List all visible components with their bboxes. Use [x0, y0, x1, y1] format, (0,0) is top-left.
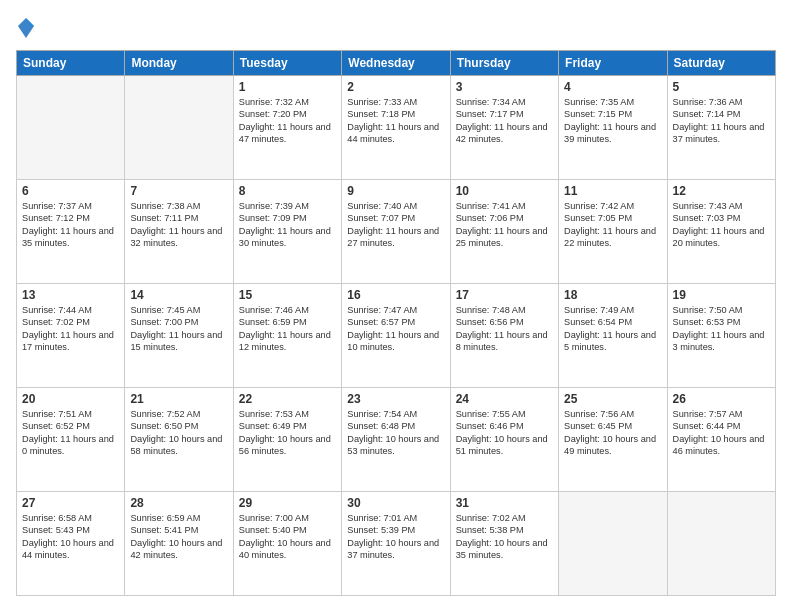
day-number: 14: [130, 288, 227, 302]
calendar-cell: 20Sunrise: 7:51 AMSunset: 6:52 PMDayligh…: [17, 388, 125, 492]
day-number: 1: [239, 80, 336, 94]
day-number: 4: [564, 80, 661, 94]
day-number: 30: [347, 496, 444, 510]
cell-details: Sunrise: 7:39 AMSunset: 7:09 PMDaylight:…: [239, 200, 336, 250]
day-number: 22: [239, 392, 336, 406]
calendar-week-3: 13Sunrise: 7:44 AMSunset: 7:02 PMDayligh…: [17, 284, 776, 388]
calendar-header-saturday: Saturday: [667, 51, 775, 76]
calendar-week-1: 1Sunrise: 7:32 AMSunset: 7:20 PMDaylight…: [17, 76, 776, 180]
calendar-cell: 21Sunrise: 7:52 AMSunset: 6:50 PMDayligh…: [125, 388, 233, 492]
calendar-cell: 31Sunrise: 7:02 AMSunset: 5:38 PMDayligh…: [450, 492, 558, 596]
cell-details: Sunrise: 7:42 AMSunset: 7:05 PMDaylight:…: [564, 200, 661, 250]
calendar-cell: 17Sunrise: 7:48 AMSunset: 6:56 PMDayligh…: [450, 284, 558, 388]
logo: [16, 16, 40, 40]
day-number: 17: [456, 288, 553, 302]
day-number: 27: [22, 496, 119, 510]
cell-details: Sunrise: 7:45 AMSunset: 7:00 PMDaylight:…: [130, 304, 227, 354]
cell-details: Sunrise: 7:49 AMSunset: 6:54 PMDaylight:…: [564, 304, 661, 354]
calendar-cell: 12Sunrise: 7:43 AMSunset: 7:03 PMDayligh…: [667, 180, 775, 284]
cell-details: Sunrise: 7:56 AMSunset: 6:45 PMDaylight:…: [564, 408, 661, 458]
calendar-table: SundayMondayTuesdayWednesdayThursdayFrid…: [16, 50, 776, 596]
day-number: 28: [130, 496, 227, 510]
cell-details: Sunrise: 7:01 AMSunset: 5:39 PMDaylight:…: [347, 512, 444, 562]
calendar-cell: 29Sunrise: 7:00 AMSunset: 5:40 PMDayligh…: [233, 492, 341, 596]
calendar-header-sunday: Sunday: [17, 51, 125, 76]
day-number: 12: [673, 184, 770, 198]
calendar-cell: 11Sunrise: 7:42 AMSunset: 7:05 PMDayligh…: [559, 180, 667, 284]
cell-details: Sunrise: 7:34 AMSunset: 7:17 PMDaylight:…: [456, 96, 553, 146]
calendar-cell: 1Sunrise: 7:32 AMSunset: 7:20 PMDaylight…: [233, 76, 341, 180]
calendar-cell: [559, 492, 667, 596]
calendar-cell: 22Sunrise: 7:53 AMSunset: 6:49 PMDayligh…: [233, 388, 341, 492]
cell-details: Sunrise: 7:38 AMSunset: 7:11 PMDaylight:…: [130, 200, 227, 250]
day-number: 23: [347, 392, 444, 406]
svg-marker-0: [18, 18, 34, 38]
calendar-header-wednesday: Wednesday: [342, 51, 450, 76]
calendar-cell: [667, 492, 775, 596]
cell-details: Sunrise: 7:44 AMSunset: 7:02 PMDaylight:…: [22, 304, 119, 354]
day-number: 11: [564, 184, 661, 198]
day-number: 25: [564, 392, 661, 406]
cell-details: Sunrise: 6:58 AMSunset: 5:43 PMDaylight:…: [22, 512, 119, 562]
calendar-cell: 14Sunrise: 7:45 AMSunset: 7:00 PMDayligh…: [125, 284, 233, 388]
cell-details: Sunrise: 7:43 AMSunset: 7:03 PMDaylight:…: [673, 200, 770, 250]
day-number: 26: [673, 392, 770, 406]
calendar-header-tuesday: Tuesday: [233, 51, 341, 76]
cell-details: Sunrise: 7:50 AMSunset: 6:53 PMDaylight:…: [673, 304, 770, 354]
cell-details: Sunrise: 6:59 AMSunset: 5:41 PMDaylight:…: [130, 512, 227, 562]
calendar-cell: 2Sunrise: 7:33 AMSunset: 7:18 PMDaylight…: [342, 76, 450, 180]
calendar-header-monday: Monday: [125, 51, 233, 76]
calendar-cell: 5Sunrise: 7:36 AMSunset: 7:14 PMDaylight…: [667, 76, 775, 180]
cell-details: Sunrise: 7:41 AMSunset: 7:06 PMDaylight:…: [456, 200, 553, 250]
calendar-cell: 7Sunrise: 7:38 AMSunset: 7:11 PMDaylight…: [125, 180, 233, 284]
day-number: 8: [239, 184, 336, 198]
day-number: 7: [130, 184, 227, 198]
cell-details: Sunrise: 7:47 AMSunset: 6:57 PMDaylight:…: [347, 304, 444, 354]
calendar-header-friday: Friday: [559, 51, 667, 76]
calendar-cell: 6Sunrise: 7:37 AMSunset: 7:12 PMDaylight…: [17, 180, 125, 284]
calendar-week-4: 20Sunrise: 7:51 AMSunset: 6:52 PMDayligh…: [17, 388, 776, 492]
day-number: 2: [347, 80, 444, 94]
day-number: 5: [673, 80, 770, 94]
day-number: 15: [239, 288, 336, 302]
calendar-cell: [125, 76, 233, 180]
cell-details: Sunrise: 7:00 AMSunset: 5:40 PMDaylight:…: [239, 512, 336, 562]
cell-details: Sunrise: 7:48 AMSunset: 6:56 PMDaylight:…: [456, 304, 553, 354]
calendar-week-5: 27Sunrise: 6:58 AMSunset: 5:43 PMDayligh…: [17, 492, 776, 596]
day-number: 3: [456, 80, 553, 94]
calendar-cell: 16Sunrise: 7:47 AMSunset: 6:57 PMDayligh…: [342, 284, 450, 388]
calendar-cell: 9Sunrise: 7:40 AMSunset: 7:07 PMDaylight…: [342, 180, 450, 284]
calendar-cell: 8Sunrise: 7:39 AMSunset: 7:09 PMDaylight…: [233, 180, 341, 284]
day-number: 13: [22, 288, 119, 302]
cell-details: Sunrise: 7:51 AMSunset: 6:52 PMDaylight:…: [22, 408, 119, 458]
cell-details: Sunrise: 7:36 AMSunset: 7:14 PMDaylight:…: [673, 96, 770, 146]
calendar-cell: 26Sunrise: 7:57 AMSunset: 6:44 PMDayligh…: [667, 388, 775, 492]
calendar-header-row: SundayMondayTuesdayWednesdayThursdayFrid…: [17, 51, 776, 76]
day-number: 10: [456, 184, 553, 198]
cell-details: Sunrise: 7:53 AMSunset: 6:49 PMDaylight:…: [239, 408, 336, 458]
cell-details: Sunrise: 7:55 AMSunset: 6:46 PMDaylight:…: [456, 408, 553, 458]
calendar-cell: 30Sunrise: 7:01 AMSunset: 5:39 PMDayligh…: [342, 492, 450, 596]
calendar-cell: 4Sunrise: 7:35 AMSunset: 7:15 PMDaylight…: [559, 76, 667, 180]
day-number: 18: [564, 288, 661, 302]
cell-details: Sunrise: 7:57 AMSunset: 6:44 PMDaylight:…: [673, 408, 770, 458]
calendar-cell: [17, 76, 125, 180]
day-number: 6: [22, 184, 119, 198]
calendar-cell: 15Sunrise: 7:46 AMSunset: 6:59 PMDayligh…: [233, 284, 341, 388]
cell-details: Sunrise: 7:35 AMSunset: 7:15 PMDaylight:…: [564, 96, 661, 146]
header: [16, 16, 776, 40]
cell-details: Sunrise: 7:37 AMSunset: 7:12 PMDaylight:…: [22, 200, 119, 250]
day-number: 21: [130, 392, 227, 406]
calendar-week-2: 6Sunrise: 7:37 AMSunset: 7:12 PMDaylight…: [17, 180, 776, 284]
day-number: 20: [22, 392, 119, 406]
calendar-cell: 18Sunrise: 7:49 AMSunset: 6:54 PMDayligh…: [559, 284, 667, 388]
calendar-cell: 24Sunrise: 7:55 AMSunset: 6:46 PMDayligh…: [450, 388, 558, 492]
cell-details: Sunrise: 7:54 AMSunset: 6:48 PMDaylight:…: [347, 408, 444, 458]
cell-details: Sunrise: 7:02 AMSunset: 5:38 PMDaylight:…: [456, 512, 553, 562]
calendar-cell: 27Sunrise: 6:58 AMSunset: 5:43 PMDayligh…: [17, 492, 125, 596]
cell-details: Sunrise: 7:46 AMSunset: 6:59 PMDaylight:…: [239, 304, 336, 354]
cell-details: Sunrise: 7:32 AMSunset: 7:20 PMDaylight:…: [239, 96, 336, 146]
calendar-cell: 10Sunrise: 7:41 AMSunset: 7:06 PMDayligh…: [450, 180, 558, 284]
calendar-cell: 28Sunrise: 6:59 AMSunset: 5:41 PMDayligh…: [125, 492, 233, 596]
calendar-cell: 3Sunrise: 7:34 AMSunset: 7:17 PMDaylight…: [450, 76, 558, 180]
